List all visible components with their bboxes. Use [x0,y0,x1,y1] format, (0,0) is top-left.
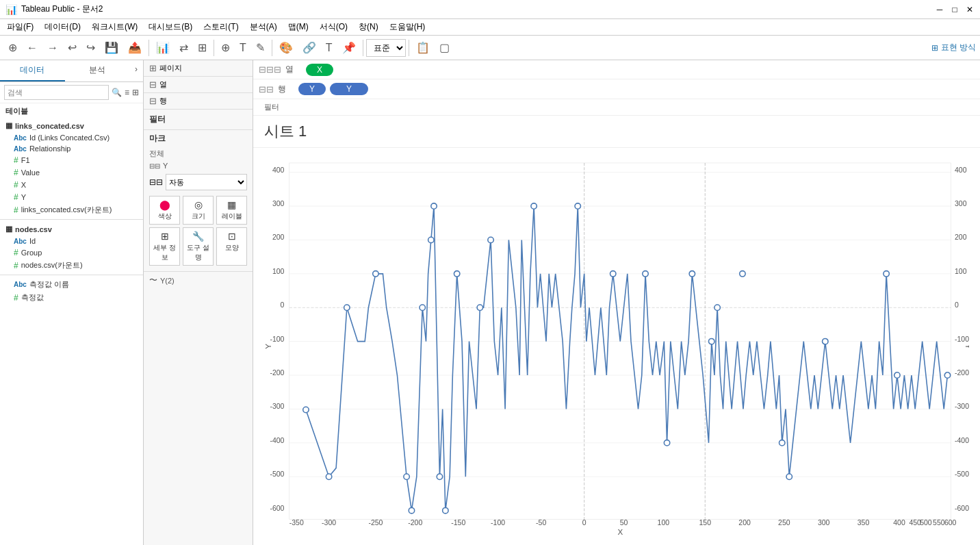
marks-field-label: Y [163,162,168,170]
field-id-links[interactable]: Abc Id (Links Concated.Csv) [0,132,143,143]
new-datasource-button[interactable]: ⊕ [4,38,21,58]
field-measure-names[interactable]: Abc 측정값 이름 [0,278,143,291]
hash-icon: # [14,205,18,215]
hash-icon: # [14,155,18,165]
size-mark-btn[interactable]: ◎ 크기 [183,196,214,225]
close-button[interactable]: ✕ [965,5,975,14]
view-toggle-icon[interactable]: ⊞ [132,88,139,97]
color-mark-btn[interactable]: ⬤ 색상 [149,196,180,225]
row-icon: ⊟ [149,96,157,106]
pin-button[interactable]: 📌 [338,38,360,58]
datasource-nodes-header[interactable]: ▦ nodes.csv [0,223,143,236]
field-relationship-label: Relationship [29,144,71,153]
save-button[interactable]: 💾 [101,38,122,58]
field-measure-values[interactable]: # 측정값 [0,291,143,304]
maximize-button[interactable]: □ [950,5,959,14]
tooltip-mark-btn[interactable]: 🔧 도구 설명 [183,227,214,266]
menu-help[interactable]: 도움말(H) [385,20,430,34]
svg-text:-500: -500 [270,470,284,478]
svg-point-83 [823,338,828,344]
field-id-nodes[interactable]: Abc Id [0,236,143,246]
fit-button[interactable]: ⊞ [194,38,211,58]
show-me-button[interactable]: ⊞ 표현 방식 [931,42,976,53]
presentation-mode-button[interactable]: ▢ [435,38,454,58]
text-button[interactable]: T [322,38,337,58]
svg-text:-600: -600 [270,504,284,512]
show-me-label: 표현 방식 [941,42,976,53]
tooltip-button[interactable]: 📋 [412,38,434,58]
svg-text:-100: -100 [955,335,969,343]
menu-file[interactable]: 파일(F) [3,20,38,34]
sheet-title: 시트 1 [253,116,980,148]
marks-buttons: ⬤ 색상 ◎ 크기 ▦ 레이블 ⊞ 세부 정보 🔧 도구 설명 ⊡ 모양 [144,193,253,268]
svg-text:100: 100 [955,267,967,275]
label-button[interactable]: T [235,38,250,58]
field-x[interactable]: # X [0,179,143,191]
y-pill-1[interactable]: Y [298,83,326,95]
menu-map[interactable]: 맵(M) [284,20,313,34]
menu-analysis[interactable]: 분석(A) [246,20,281,34]
svg-point-72 [531,203,537,209]
svg-text:300: 300 [272,199,285,207]
marks-type-dropdown: ⊟⊟ 자동 [149,174,247,190]
annotation-button[interactable]: ✎ [252,38,269,58]
field-f1[interactable]: # F1 [0,154,143,166]
shape-mark-btn[interactable]: ⊡ 모양 [216,227,247,266]
label-mark-btn[interactable]: ▦ 레이블 [216,196,247,225]
datasource-links-header[interactable]: ▦ links_concated.csv [0,119,143,132]
forward-button[interactable]: → [43,38,62,58]
panel-close-button[interactable]: › [129,60,143,81]
field-links-count[interactable]: # links_concated.csv(카운트) [0,203,143,216]
datasource-links: ▦ links_concated.csv Abc Id (Links Conca… [0,119,143,216]
field-nodes-count[interactable]: # nodes.csv(카운트) [0,259,143,272]
pages-label: 페이지 [159,63,182,73]
field-relationship[interactable]: Abc Relationship [0,143,143,154]
search-input[interactable] [4,85,109,100]
field-value[interactable]: # Value [0,166,143,179]
fit-dropdown[interactable]: 표준 [366,39,406,57]
menu-data[interactable]: 데이터(D) [40,20,85,34]
field-group[interactable]: # Group [0,246,143,259]
tab-analysis[interactable]: 분석 [65,60,130,81]
filter-icon[interactable]: ≡ [125,88,129,97]
chart-svg: 400 300 200 100 0 -100 -200 -300 -400 -5… [264,153,969,540]
svg-point-86 [944,372,950,378]
tab-data[interactable]: 데이터 [0,60,65,81]
menu-worksheet[interactable]: 워크시트(W) [88,20,142,34]
svg-point-63 [409,507,414,513]
field-measure-values-label: 측정값 [21,292,44,303]
chart-type-button[interactable]: 📊 [152,38,174,58]
y-pill-2[interactable]: Y [330,83,368,95]
color-button[interactable]: 🎨 [275,38,297,58]
link-button[interactable]: 🔗 [298,38,320,58]
marks-type-icon: ⊟⊟ [149,177,163,187]
svg-point-77 [689,271,695,277]
tooltip-mark-icon: 🔧 [192,231,204,242]
toolbar: ⊕ ← → ↩ ↪ 💾 📤 📊 ⇄ ⊞ ⊕ T ✎ 🎨 🔗 T 📌 표준 📋 ▢… [0,36,980,60]
back-button[interactable]: ← [23,38,42,58]
svg-text:-400: -400 [270,436,284,444]
detail-mark-btn[interactable]: ⊞ 세부 정보 [149,227,180,266]
redo-button[interactable]: ↪ [82,38,99,58]
menu-dashboard[interactable]: 대시보드(B) [144,20,196,34]
swap-rows-cols-button[interactable]: ⇄ [175,38,192,58]
menu-format[interactable]: 서식(O) [315,20,352,34]
field-y[interactable]: # Y [0,191,143,203]
menu-window[interactable]: 창(N) [354,20,383,34]
group-button[interactable]: ⊕ [217,38,234,58]
x-pill[interactable]: X [306,64,333,76]
svg-point-80 [740,271,745,277]
marks-field: ⊟⊟ Y [144,160,253,171]
search-bar: 🔍 ≡ ⊞ [0,82,143,103]
size-mark-icon: ◎ [194,199,203,210]
publish-button[interactable]: 📤 [124,38,146,58]
filters-section: 필터 [144,110,253,130]
svg-text:-300: -300 [955,402,969,410]
undo-button[interactable]: ↩ [64,38,81,58]
menu-story[interactable]: 스토리(T) [199,20,242,34]
marks-type-select[interactable]: 자동 [166,174,247,190]
divider1 [0,219,143,220]
minimize-button[interactable]: ─ [935,5,944,14]
search-icon[interactable]: 🔍 [112,88,122,97]
svg-text:0: 0 [955,301,959,309]
